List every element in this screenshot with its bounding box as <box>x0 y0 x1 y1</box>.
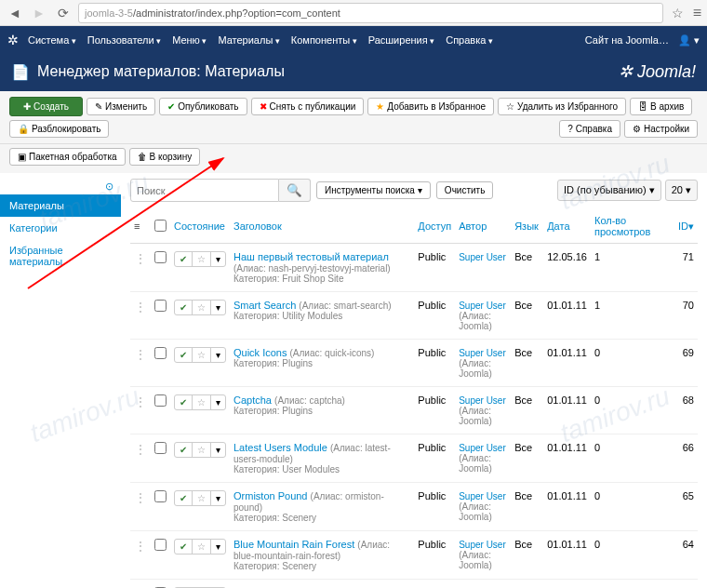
state-buttons[interactable]: ✔☆▾ <box>174 300 226 315</box>
search-button[interactable]: 🔍 <box>279 179 311 202</box>
author-link[interactable]: Super User <box>459 443 506 453</box>
row-checkbox[interactable] <box>154 300 167 312</box>
date-cell: 01.01.11 <box>543 387 591 434</box>
table-row: ⋮ ✔☆▾ Captcha (Алиас: captcha)Категория:… <box>130 387 698 434</box>
row-checkbox[interactable] <box>154 539 167 551</box>
sort-select[interactable]: ID (по убыванию) ▾ <box>557 180 661 201</box>
author-link[interactable]: Super User <box>459 301 506 311</box>
author-link[interactable]: Super User <box>459 252 506 262</box>
publish-icon: ✔ <box>175 252 193 266</box>
col-check <box>151 209 170 244</box>
col-date[interactable]: Дата <box>543 209 591 244</box>
article-title[interactable]: Captcha <box>233 394 272 406</box>
clear-button[interactable]: Очистить <box>436 181 494 199</box>
unpublish-button[interactable]: ✖Снять с публикации <box>251 98 365 115</box>
state-buttons[interactable]: ✔☆▾ <box>174 394 226 410</box>
bookmark-icon[interactable]: ☆ <box>669 4 687 22</box>
joomla-icon[interactable]: ✲ <box>7 33 19 47</box>
sidebar-item-categories[interactable]: Категории <box>0 217 121 239</box>
sidebar-item-featured[interactable]: Избранные материалы <box>0 239 121 273</box>
author-link[interactable]: Super User <box>459 540 506 550</box>
site-link[interactable]: Сайт на Joomla… <box>585 34 669 46</box>
reload-icon[interactable]: ⟳ <box>54 4 73 22</box>
lang-cell: Все <box>511 531 543 580</box>
articles-table: ≡ Состояние Заголовок Доступ Автор Язык … <box>130 209 698 588</box>
table-row: ⋮ ✔☆▾ Content (Алиас: content-plugins)Ка… <box>130 580 698 589</box>
menu-help[interactable]: Справка <box>446 34 493 46</box>
article-title[interactable]: Наш первый тестовый материал <box>233 251 389 262</box>
forward-icon[interactable]: ► <box>30 4 48 22</box>
row-checkbox[interactable] <box>154 347 167 359</box>
id-cell: 68 <box>674 387 698 434</box>
user-icon[interactable]: 👤 ▾ <box>678 34 700 47</box>
hits-cell: 0 <box>591 531 674 580</box>
drag-icon[interactable]: ⋮ <box>134 442 147 457</box>
article-title[interactable]: Latest Users Module <box>233 442 327 453</box>
checkin-button[interactable]: 🔒Разблокировать <box>9 120 109 138</box>
check-all[interactable] <box>154 220 167 232</box>
row-checkbox[interactable] <box>154 442 167 454</box>
state-buttons[interactable]: ✔☆▾ <box>174 539 226 555</box>
search-tools-button[interactable]: Инструменты поиска ▾ <box>316 181 431 199</box>
search-input[interactable] <box>130 179 279 202</box>
menu-menus[interactable]: Меню <box>172 34 207 46</box>
col-lang[interactable]: Язык <box>511 209 543 244</box>
lang-cell: Все <box>511 434 543 483</box>
drag-icon[interactable]: ⋮ <box>134 490 147 505</box>
date-cell: 01.01.11 <box>543 340 591 387</box>
col-state[interactable]: Состояние <box>170 209 230 244</box>
author-link[interactable]: Super User <box>459 395 506 406</box>
edit-button[interactable]: ✎Изменить <box>87 98 155 115</box>
drag-icon[interactable]: ⋮ <box>134 251 147 266</box>
unfeature-button[interactable]: ☆Удалить из Избранного <box>498 98 626 115</box>
col-title[interactable]: Заголовок <box>230 209 414 244</box>
drag-icon[interactable]: ⋮ <box>134 347 147 362</box>
article-title[interactable]: Ormiston Pound <box>233 490 307 501</box>
url-bar[interactable]: joomla-3-5/administrator/index.php?optio… <box>78 3 663 23</box>
col-order[interactable]: ≡ <box>130 209 151 244</box>
drag-icon[interactable]: ⋮ <box>134 539 147 554</box>
new-button[interactable]: ✚Создать <box>9 97 83 116</box>
drag-icon[interactable]: ⋮ <box>134 300 147 314</box>
article-title[interactable]: Quick Icons <box>233 347 287 358</box>
chevron-down-icon: ▾ <box>211 301 225 314</box>
menu-content[interactable]: Материалы <box>218 34 279 46</box>
limit-select[interactable]: 20 ▾ <box>665 180 698 201</box>
feature-button[interactable]: ★Добавить в Избранное <box>367 98 494 115</box>
menu-system[interactable]: Система <box>28 34 76 46</box>
col-hits[interactable]: Кол-во просмотров <box>591 209 674 244</box>
browser-bar: ◄ ► ⟳ joomla-3-5/administrator/index.php… <box>0 0 707 26</box>
col-id[interactable]: ID▾ <box>674 209 698 244</box>
drag-icon[interactable]: ⋮ <box>134 394 147 409</box>
col-access[interactable]: Доступ <box>414 209 455 244</box>
options-button[interactable]: ⚙Настройки <box>624 120 698 138</box>
sidebar-collapse-icon[interactable]: ⊙ <box>0 179 121 194</box>
content-area: 🔍 Инструменты поиска ▾ Очистить ID (по у… <box>121 173 707 588</box>
trash-button[interactable]: 🗑В корзину <box>129 148 201 166</box>
state-buttons[interactable]: ✔☆▾ <box>174 347 226 363</box>
sidebar-item-articles[interactable]: Материалы <box>0 194 121 217</box>
author-link[interactable]: Super User <box>459 491 506 501</box>
back-icon[interactable]: ◄ <box>6 4 24 22</box>
menu-icon[interactable]: ≡ <box>693 5 701 21</box>
publish-button[interactable]: ✔Опубликовать <box>159 98 247 115</box>
row-checkbox[interactable] <box>154 394 167 407</box>
state-buttons[interactable]: ✔☆▾ <box>174 442 226 458</box>
menu-users[interactable]: Пользователи <box>87 34 161 46</box>
author-link[interactable]: Super User <box>459 348 506 358</box>
admin-menu: ✲ Система Пользователи Меню Материалы Ко… <box>0 26 707 54</box>
help-button[interactable]: ?Справка <box>559 120 620 138</box>
sidebar: ⊙ Материалы Категории Избранные материал… <box>0 173 121 588</box>
access-cell: Public <box>414 244 455 292</box>
article-title[interactable]: Smart Search <box>233 300 296 311</box>
state-buttons[interactable]: ✔☆▾ <box>174 490 226 506</box>
state-buttons[interactable]: ✔☆▾ <box>174 251 226 267</box>
menu-components[interactable]: Компоненты <box>291 34 357 46</box>
col-author[interactable]: Автор <box>455 209 511 244</box>
article-title[interactable]: Blue Mountain Rain Forest <box>233 539 354 550</box>
archive-button[interactable]: 🗄В архив <box>630 98 692 115</box>
row-checkbox[interactable] <box>154 251 167 263</box>
row-checkbox[interactable] <box>154 490 167 502</box>
menu-extensions[interactable]: Расширения <box>368 34 435 46</box>
batch-button[interactable]: ▣Пакетная обработка <box>9 148 126 166</box>
